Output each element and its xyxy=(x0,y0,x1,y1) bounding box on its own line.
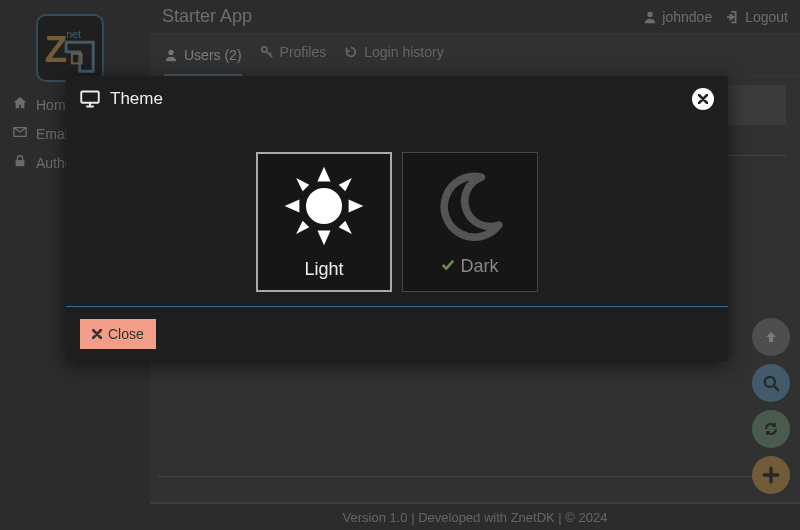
svg-marker-18 xyxy=(339,220,352,233)
svg-marker-13 xyxy=(285,199,300,212)
close-icon xyxy=(92,326,102,342)
modal-title-text: Theme xyxy=(110,89,163,109)
moon-icon xyxy=(432,168,508,244)
modal-body: Light Dark xyxy=(66,122,728,307)
svg-marker-17 xyxy=(296,220,309,233)
theme-modal: Theme xyxy=(66,76,728,361)
svg-marker-14 xyxy=(349,199,364,212)
svg-rect-9 xyxy=(81,92,99,103)
theme-label-text: Dark xyxy=(460,256,498,277)
modal-close-x[interactable] xyxy=(692,88,714,110)
close-button[interactable]: Close xyxy=(80,319,156,349)
svg-marker-12 xyxy=(317,230,330,245)
svg-point-10 xyxy=(306,187,342,223)
close-icon xyxy=(698,94,708,104)
svg-marker-16 xyxy=(339,178,352,191)
modal-header: Theme xyxy=(66,76,728,122)
theme-option-light[interactable]: Light xyxy=(256,152,392,292)
modal-footer: Close xyxy=(66,307,728,361)
svg-marker-11 xyxy=(317,166,330,181)
theme-option-dark[interactable]: Dark xyxy=(402,152,538,292)
close-label: Close xyxy=(108,326,144,342)
sun-icon xyxy=(283,165,365,247)
modal-title: Theme xyxy=(80,89,163,109)
svg-marker-15 xyxy=(296,178,309,191)
check-icon xyxy=(441,256,455,277)
theme-label: Light xyxy=(304,259,343,280)
monitor-icon xyxy=(80,89,100,109)
theme-label-selected: Dark xyxy=(441,256,498,277)
